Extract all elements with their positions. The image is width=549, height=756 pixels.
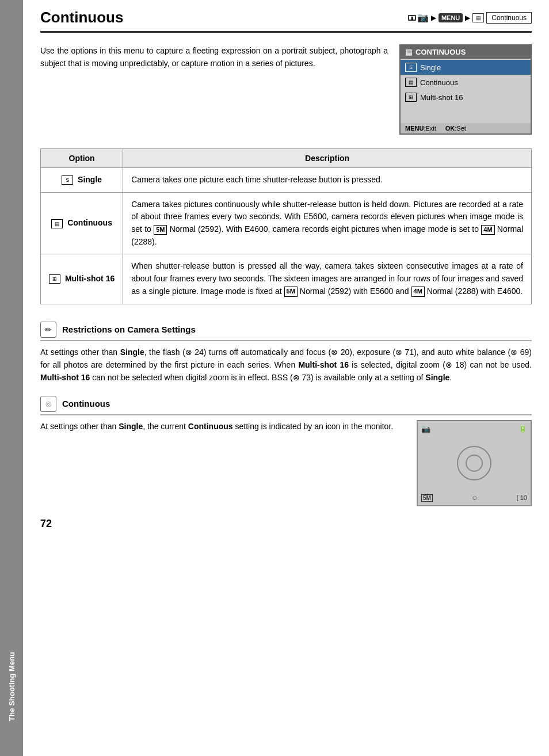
continuous-note-header: ◎ Continuous: [40, 396, 532, 415]
continuous-icon: ▤: [405, 78, 417, 87]
multishot-option-label: Multi-shot 16: [65, 274, 115, 283]
single-option-icon: S: [62, 175, 73, 185]
options-table: Option Description S Single Camera takes…: [40, 148, 532, 304]
menu-key: MENU: [405, 125, 424, 132]
preview-5m-badge: 5M: [421, 494, 433, 502]
single-icon: S: [405, 63, 417, 72]
camera-preview: 📷 🔋 5M ☺ [ 10: [417, 420, 532, 506]
cam-body-icon: ▮: [408, 15, 416, 21]
pencil-icon: ✏: [40, 322, 56, 338]
preview-mode-icon: ☺: [471, 494, 478, 501]
restrictions-note-header: ✏ Restrictions on Camera Settings: [40, 322, 532, 341]
description-cell-multishot: When shutter-release button is pressed a…: [123, 254, 532, 304]
nav-arrow-2: ▶: [465, 14, 470, 22]
preview-top-icons: 📷 🔋: [421, 425, 527, 433]
continuous-note-title: Continuous: [62, 399, 110, 408]
continuous-option-icon: ▤: [51, 219, 63, 228]
menu-item-multishot-label: Multi-shot 16: [420, 93, 463, 102]
preview-bottom-bar: 5M ☺ [ 10: [421, 494, 527, 502]
col-option-header: Option: [41, 149, 123, 168]
description-cell-continuous: Camera takes pictures continuously while…: [123, 192, 532, 254]
badge-5m-2: 5M: [284, 287, 298, 296]
table-row-single: S Single Camera takes one picture each t…: [41, 168, 532, 193]
sidebar: The Shooting Menu: [0, 0, 23, 756]
menu-header-title: CONTINUOUS: [415, 48, 466, 56]
camera-menu-items: S Single ▤ Continuous ⊞ Multi-shot 16: [401, 59, 531, 106]
menu-item-single: S Single: [401, 60, 531, 75]
menu-header-icon: ▤: [405, 48, 412, 56]
camera-nav-icon: ▮ 📷: [408, 12, 429, 23]
preview-camera-icon: 📷: [421, 425, 430, 433]
restrictions-title: Restrictions on Camera Settings: [62, 324, 196, 334]
menu-item-continuous: ▤ Continuous: [401, 75, 531, 90]
continuous-note-body: At settings other than Single, the curre…: [40, 420, 405, 433]
footer-ok: OK:Set: [445, 125, 466, 132]
page-number: 72: [40, 518, 532, 530]
camera-menu-screenshot: ▤ CONTINUOUS S Single ▤ Continuous ⊞ Mul…: [399, 44, 532, 135]
intro-section: Use the options in this menu to capture …: [40, 44, 532, 135]
main-content: Continuous ▮ 📷 ▶ MENU ▶ ▤ Continuous Use…: [23, 0, 549, 756]
badge-5m-1: 5M: [154, 225, 167, 235]
continuous-note-icon: ◎: [40, 396, 56, 412]
preview-inner-dot: [466, 455, 483, 472]
preview-focus-ring: [457, 446, 491, 480]
ok-key: OK: [445, 125, 455, 132]
multishot-option-icon: ⊞: [49, 274, 60, 284]
nav-arrow-1: ▶: [431, 14, 436, 22]
film-strip-icon: ▤: [472, 13, 484, 22]
bottom-section: At settings other than Single, the curre…: [40, 420, 532, 506]
preview-battery-icon: 🔋: [518, 425, 527, 433]
option-cell-continuous: ▤ Continuous: [41, 192, 123, 254]
col-description-header: Description: [123, 149, 532, 168]
nav-breadcrumb-label: Continuous: [486, 12, 532, 24]
continuous-note-block: ◎ Continuous At settings other than Sing…: [40, 396, 532, 506]
option-cell-single: S Single: [41, 168, 123, 193]
camera-menu-header: ▤ CONTINUOUS: [401, 45, 531, 59]
single-option-label: Single: [78, 175, 102, 184]
page-title: Continuous: [40, 9, 408, 26]
intro-text: Use the options in this menu to capture …: [40, 44, 388, 135]
page-header: Continuous ▮ 📷 ▶ MENU ▶ ▤ Continuous: [40, 0, 532, 33]
option-cell-multishot: ⊞ Multi-shot 16: [41, 254, 123, 304]
continuous-option-label: Continuous: [67, 218, 112, 227]
exit-label: :Exit: [424, 125, 436, 132]
menu-item-single-label: Single: [420, 63, 441, 72]
notes-section: ✏ Restrictions on Camera Settings At set…: [40, 322, 532, 506]
restrictions-note-block: ✏ Restrictions on Camera Settings At set…: [40, 322, 532, 384]
camera-icon: 📷: [417, 12, 429, 23]
badge-4m-2: 4M: [411, 287, 425, 296]
camera-menu-footer: MENU:Exit OK:Set: [401, 123, 531, 133]
menu-item-multishot: ⊞ Multi-shot 16: [401, 90, 531, 105]
badge-4m-1: 4M: [481, 225, 494, 235]
menu-item-continuous-label: Continuous: [420, 78, 458, 87]
breadcrumb-nav: ▮ 📷 ▶ MENU ▶ ▤ Continuous: [408, 12, 532, 24]
preview-shots-remaining: [ 10: [517, 494, 527, 501]
menu-icon: MENU: [439, 13, 463, 22]
table-row-multishot: ⊞ Multi-shot 16 When shutter-release but…: [41, 254, 532, 304]
ok-label: :Set: [455, 125, 466, 132]
table-row-continuous: ▤ Continuous Camera takes pictures conti…: [41, 192, 532, 254]
multishot-icon: ⊞: [405, 93, 417, 102]
sidebar-label: The Shooting Menu: [7, 652, 16, 721]
restrictions-body: At settings other than Single, the flash…: [40, 346, 532, 384]
description-cell-single: Camera takes one picture each time shutt…: [123, 168, 532, 193]
footer-exit: MENU:Exit: [405, 125, 436, 132]
